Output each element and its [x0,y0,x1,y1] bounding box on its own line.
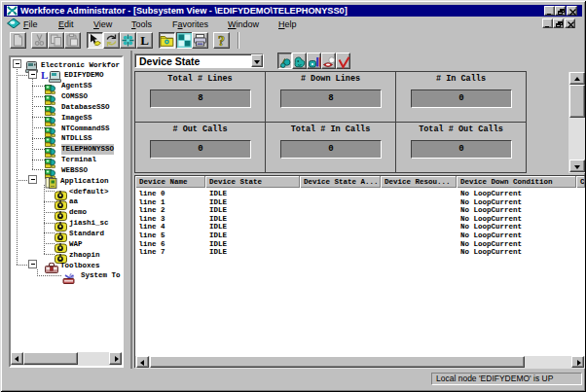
svg-text:L: L [140,33,149,48]
svg-text:?: ? [218,34,225,49]
